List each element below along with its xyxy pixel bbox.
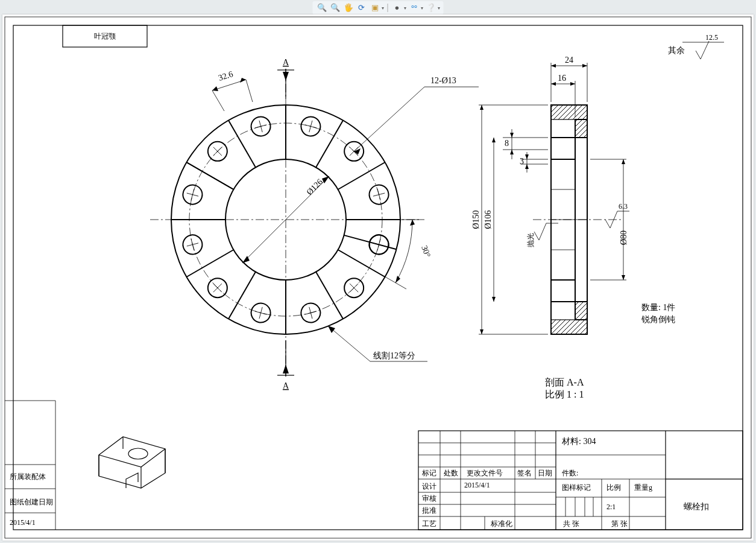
svg-marker-81: [328, 326, 335, 333]
dim-angle: 30°: [420, 244, 432, 259]
dim-150: Ø150: [471, 210, 480, 229]
toolbar-separator: [388, 4, 388, 12]
svg-marker-124: [492, 138, 496, 142]
dot-icon[interactable]: ●: [392, 2, 403, 13]
part-name: 螺栓扣: [684, 502, 709, 511]
lbl-standardize: 标准化: [490, 519, 512, 528]
dim-80: Ø80: [619, 230, 628, 245]
svg-rect-85: [551, 320, 587, 334]
lbl-process: 工艺: [422, 519, 436, 528]
zoom-in-icon[interactable]: 🔍: [317, 2, 327, 13]
options-icon[interactable]: ᵒᵒ: [409, 2, 420, 13]
top-label-text: 叶冠颚: [94, 32, 116, 40]
dim-spacing: 32.6: [217, 69, 234, 83]
scale-val: 2:1: [606, 503, 616, 511]
surface-rest-note: 其余 12.5: [668, 33, 724, 59]
dim-3: 3: [520, 157, 524, 166]
svg-rect-87: [575, 119, 587, 138]
svg-line-67: [354, 87, 424, 151]
dim-24: 24: [565, 56, 573, 65]
surf-left-text: 抛光: [526, 233, 535, 247]
section-view: 24 16 8 3 Ø150 Ø106: [471, 56, 629, 399]
sheets-total: 共 张: [563, 519, 579, 528]
svg-line-48: [255, 125, 266, 128]
svg-marker-122: [480, 329, 484, 334]
svg-marker-103: [582, 64, 587, 68]
chevron-down-icon[interactable]: ▾: [382, 5, 384, 11]
chevron-down-icon[interactable]: ▾: [404, 5, 406, 11]
svg-rect-84: [551, 105, 587, 119]
drawing-sheet: 叶冠颚 所属装配体 图纸创建日期 2015/4/1: [2, 14, 754, 541]
svg-line-42: [191, 189, 194, 200]
lbl-check: 审核: [422, 494, 436, 503]
hdr-sign: 签名: [517, 469, 532, 477]
hdr-changedoc: 更改文件号: [467, 469, 503, 477]
chevron-down-icon[interactable]: ▾: [421, 5, 423, 11]
help-icon[interactable]: ❔: [426, 2, 436, 13]
note-wirecut: 线割12等分: [373, 351, 415, 360]
svg-marker-112: [510, 150, 514, 154]
section-letter-bottom: A: [283, 381, 289, 390]
svg-line-75: [246, 80, 253, 102]
svg-marker-130: [622, 275, 625, 280]
rest-value: 12.5: [705, 33, 718, 42]
material-text: 材料: 304: [561, 437, 596, 446]
date-created-label: 图纸创建日期: [10, 498, 53, 506]
svg-line-74: [212, 91, 224, 111]
rest-label: 其余: [668, 46, 685, 55]
surf-right-text: 6.3: [619, 202, 628, 211]
quantity-notes: 数量: 1件 锐角倒钝: [641, 303, 675, 324]
svg-marker-111: [510, 133, 514, 138]
view-cube-icon[interactable]: ▣: [370, 2, 380, 13]
svg-marker-71: [395, 276, 400, 283]
sheet-inner-border: [13, 25, 743, 530]
pieces-text: 件数:: [562, 469, 578, 477]
refresh-icon[interactable]: ⟳: [356, 2, 367, 13]
title-block: 标记 处数 更改文件号 签名 日期 设计 2015/4/1 审核 批准 工艺 标…: [418, 431, 743, 530]
svg-point-133: [128, 448, 148, 459]
svg-marker-116: [525, 154, 529, 159]
assembly-label: 所属装配体: [10, 472, 46, 481]
pan-icon[interactable]: 🖐: [343, 2, 354, 13]
weight-text: 重量g: [634, 483, 652, 492]
svg-rect-89: [575, 302, 587, 320]
qty-text: 数量: 1件: [641, 303, 675, 312]
front-view: A A Ø126 12-Ø13 30°: [150, 58, 479, 390]
dim-106: Ø106: [484, 210, 493, 229]
section-title-line2: 比例 1 : 1: [545, 389, 584, 399]
svg-marker-129: [622, 159, 625, 164]
svg-line-57: [377, 189, 380, 200]
hdr-mark: 标记: [421, 469, 436, 477]
svg-line-30: [305, 311, 317, 314]
sheet-no: 第 张: [611, 519, 628, 528]
svg-line-73: [338, 250, 406, 289]
svg-marker-70: [410, 220, 415, 226]
hdr-place: 处数: [444, 469, 458, 477]
dim-bcd: Ø126: [305, 177, 325, 197]
edges-text: 锐角倒钝: [641, 315, 675, 324]
chevron-down-icon[interactable]: ▾: [438, 5, 440, 11]
isometric-view: [99, 437, 165, 488]
ratio-text: 比例: [606, 483, 621, 492]
zoom-out-icon[interactable]: 🔍: [330, 2, 341, 13]
svg-marker-78: [240, 78, 246, 83]
svg-line-33: [255, 311, 266, 314]
svg-marker-69: [354, 148, 361, 154]
svg-marker-117: [525, 164, 529, 169]
svg-marker-106: [551, 82, 556, 86]
section-letter-top: A: [283, 58, 289, 67]
svg-marker-107: [570, 82, 575, 86]
dim-16: 16: [558, 74, 566, 83]
dim-8: 8: [505, 139, 509, 148]
figmark-text: 图样标记: [562, 483, 591, 492]
hdr-date: 日期: [538, 469, 552, 477]
date-created-value: 2015/4/1: [10, 518, 36, 527]
svg-line-51: [305, 125, 317, 128]
lbl-approve: 批准: [422, 506, 436, 515]
cad-drawing: 叶冠颚 所属装配体 图纸创建日期 2015/4/1: [2, 14, 754, 541]
lbl-design: 设计: [422, 482, 436, 491]
surface-finish-right: 6.3: [605, 202, 629, 228]
svg-line-79: [328, 326, 370, 361]
svg-marker-62: [283, 364, 289, 373]
view-toolbar: 🔍 🔍 🖐 ⟳ ▣ ▾ ● ▾ ᵒᵒ ▾ ❔ ▾: [313, 1, 444, 14]
